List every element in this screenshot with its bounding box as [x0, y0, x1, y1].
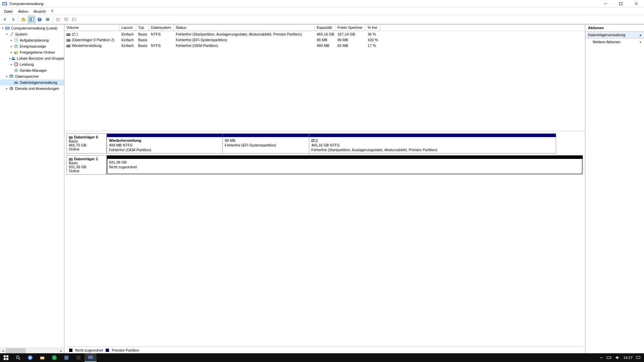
tree-performance[interactable]: ▸ Leistung — [0, 61, 64, 67]
taskbar-app-2[interactable] — [72, 353, 85, 362]
minimize-button[interactable] — [598, 0, 613, 8]
tree-pane: ▾ Computerverwaltung (Lokal) ▾ System ▸ … — [0, 24, 64, 353]
svg-rect-45 — [6, 355, 8, 357]
disk-0-partitions: Wiederherstellung 499 MB NTFS Fehlerfrei… — [107, 133, 556, 154]
expand-icon[interactable]: ▸ — [9, 51, 13, 54]
col-capacity[interactable]: Kapazität — [315, 24, 335, 31]
actions-more[interactable]: Weitere Aktionen ▸ — [585, 39, 644, 45]
tree-task-scheduler[interactable]: ▸ Aufgabenplanung — [0, 37, 64, 43]
disk-0-partition-1[interactable]: Wiederherstellung 499 MB NTFS Fehlerfrei… — [107, 134, 222, 153]
tree-shared-folders-label: Freigegebene Ordner — [20, 50, 55, 54]
disk-map-spacer — [64, 175, 585, 345]
toolbar-separator — [18, 16, 19, 22]
tray-battery-icon[interactable] — [606, 356, 612, 359]
menu-help[interactable]: ? — [48, 9, 56, 14]
menu-action[interactable]: Aktion — [15, 9, 31, 14]
settings-toolbar-button[interactable] — [62, 16, 70, 23]
menu-view[interactable]: Ansicht — [31, 9, 48, 14]
start-button[interactable] — [0, 353, 12, 362]
collapse-icon[interactable]: ▾ — [5, 75, 9, 78]
tree-shared-folders[interactable]: ▸ Freigegebene Ordner — [0, 49, 64, 55]
volume-type: Basis — [136, 38, 149, 42]
expand-icon[interactable]: ▸ — [9, 63, 13, 66]
back-button[interactable] — [1, 16, 9, 23]
scroll-right-icon[interactable]: ▸ — [58, 348, 64, 354]
disk-1-partition-1[interactable]: 931,39 GB Nicht zugeordnet — [107, 156, 583, 174]
partition-size: 499 MB NTFS — [109, 143, 220, 147]
volume-row[interactable]: (C:) Einfach Basis NTFS Fehlerfrei (Star… — [64, 31, 585, 37]
tree-storage[interactable]: ▾ Datenspeicher — [0, 73, 64, 79]
disk-0-partition-2[interactable]: 99 MB Fehlerfrei (EFI-Systempartition) — [222, 134, 309, 153]
list-toolbar-button[interactable] — [70, 16, 78, 23]
collapse-icon[interactable]: ▾ — [5, 33, 9, 36]
tree-system[interactable]: ▾ System — [0, 31, 64, 37]
svg-rect-6 — [22, 19, 25, 21]
volume-name: (C:) — [72, 32, 78, 36]
svg-rect-47 — [6, 358, 8, 360]
expand-icon[interactable]: ▸ — [9, 45, 13, 48]
disk-0-info[interactable]: Datenträger 0 Basis 465,75 GB Online — [66, 133, 107, 154]
refresh-button[interactable] — [54, 16, 62, 23]
tree-device-manager[interactable]: Geräte-Manager — [0, 67, 64, 73]
tray-notifications-icon[interactable] — [636, 356, 641, 360]
scroll-track[interactable] — [6, 348, 58, 354]
col-type[interactable]: Typ — [136, 24, 149, 31]
up-button[interactable] — [20, 16, 27, 23]
disk-0-state: Online — [69, 147, 104, 151]
scroll-left-icon[interactable]: ◂ — [0, 348, 6, 354]
expand-icon[interactable]: ▸ — [9, 39, 13, 42]
partition-name: Wiederherstellung — [109, 138, 220, 143]
taskbar-explorer[interactable] — [36, 353, 48, 362]
disk-1-info[interactable]: Datenträger 1 Basis 931,39 GB Online — [66, 155, 107, 175]
disk-icon — [69, 136, 73, 139]
volume-row[interactable]: (Datenträger 0 Partition 2) Einfach Basi… — [64, 37, 585, 43]
col-volume[interactable]: Volume — [64, 24, 119, 31]
show-tree-button[interactable] — [28, 16, 35, 23]
tray-clock[interactable]: 14:27 — [623, 356, 633, 360]
tools-icon — [9, 32, 14, 37]
taskbar-spotify[interactable] — [48, 353, 60, 362]
taskbar-app-1[interactable] — [60, 353, 72, 362]
disk-1-size: 931,39 GB — [69, 165, 104, 169]
tray-volume-icon[interactable] — [615, 356, 620, 360]
volume-row[interactable]: Wiederherstellung Einfach Basis NTFS Feh… — [64, 43, 585, 48]
services-icon — [9, 86, 14, 91]
disk-0-partition-3[interactable]: (C:) 465,16 GB NTFS Fehlerfrei (Startpar… — [309, 134, 556, 153]
col-filesystem[interactable]: Dateisystem — [149, 24, 174, 31]
col-layout[interactable]: Layout — [119, 24, 136, 31]
main-area: ▾ Computerverwaltung (Lokal) ▾ System ▸ … — [0, 24, 644, 353]
taskbar-compmgmt[interactable] — [85, 353, 97, 362]
partition-name: (C:) — [311, 138, 554, 143]
tree-root[interactable]: ▾ Computerverwaltung (Lokal) — [0, 25, 64, 31]
tray-chevron-icon[interactable] — [600, 356, 603, 359]
svg-point-51 — [29, 357, 31, 359]
tree-local-users[interactable]: ▸ Lokale Benutzer und Gruppen — [0, 55, 64, 61]
tree-disk-management[interactable]: Datenträgerverwaltung — [0, 79, 64, 85]
volume-rows: (C:) Einfach Basis NTFS Fehlerfrei (Star… — [64, 31, 585, 48]
menu-file[interactable]: Datei — [1, 9, 15, 14]
col-pctfree[interactable]: % frei — [366, 24, 380, 31]
search-button[interactable] — [12, 353, 24, 362]
taskbar-chrome[interactable] — [24, 353, 36, 362]
actions-section[interactable]: Datenträgerverwaltung ▴ — [585, 32, 644, 39]
expand-icon[interactable]: ▸ — [5, 87, 9, 90]
legend: Nicht zugeordnet Primäre Partition — [66, 347, 583, 353]
partition-status: Fehlerfrei (Startpartition, Auslagerungs… — [311, 147, 554, 152]
close-button[interactable] — [629, 0, 644, 8]
svg-rect-12 — [46, 19, 49, 20]
disk-1-partitions: 931,39 GB Nicht zugeordnet — [107, 155, 583, 175]
collapse-icon[interactable]: ▾ — [1, 26, 5, 30]
col-free[interactable]: Freier Speicher — [335, 24, 366, 31]
app-icon — [2, 1, 7, 6]
maximize-button[interactable] — [613, 0, 629, 8]
tree-scrollbar[interactable]: ◂ ▸ — [0, 348, 64, 353]
help-toolbar-button[interactable]: ? — [36, 16, 43, 23]
volume-pctfree: 36 % — [366, 32, 380, 36]
view-details-button[interactable] — [44, 16, 51, 23]
scroll-thumb[interactable] — [6, 348, 26, 353]
forward-button[interactable] — [9, 16, 17, 23]
tree-event-viewer[interactable]: ▸ Ereignisanzeige — [0, 43, 64, 49]
tree-services[interactable]: ▸ Dienste und Anwendungen — [0, 85, 64, 92]
col-status[interactable]: Status — [174, 24, 315, 31]
svg-rect-56 — [88, 356, 93, 359]
